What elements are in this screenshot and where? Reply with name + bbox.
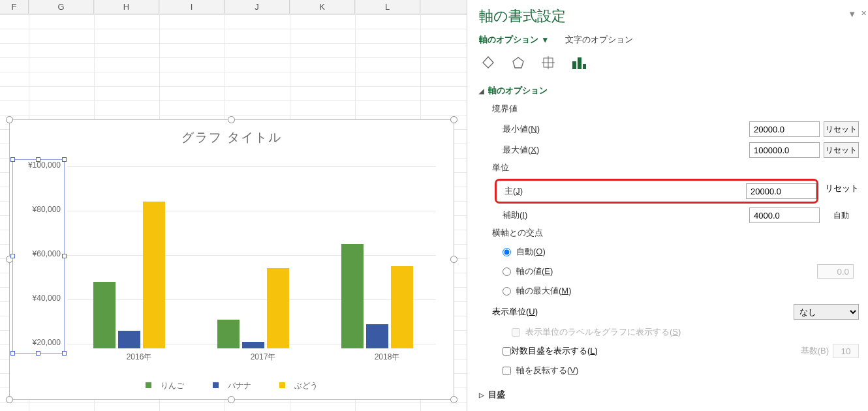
radio-auto-label: 自動(O) [516,246,546,258]
fill-icon[interactable] [480,55,496,70]
col-header[interactable]: K [290,0,355,14]
legend-swatch-icon [279,382,285,388]
base-input [833,344,859,358]
base-label: 基数(B) [801,345,829,357]
col-header[interactable]: J [225,0,290,14]
reset-button[interactable]: リセット [824,121,859,137]
legend-swatch-icon [213,382,219,388]
show-unit-label-checkbox [512,328,520,337]
resize-handle[interactable] [450,116,457,123]
resize-handle[interactable] [228,116,235,123]
x-tick-label: 2018年 [335,352,439,363]
plot-area[interactable] [67,159,436,348]
bar-grape[interactable] [391,266,413,348]
chart-legend[interactable]: りんご バナナ ぶどう [10,380,454,391]
effects-icon[interactable] [510,55,526,70]
reverse-axis-label: 軸を反転する(V) [516,365,578,376]
x-tick-label: 2016年 [87,352,191,363]
pane-menu-icon[interactable]: ▼ [848,9,856,19]
svg-rect-6 [583,64,586,69]
radio-max-value[interactable] [503,287,511,296]
max-input[interactable] [749,142,820,158]
format-axis-pane: 軸の書式設定 ▼ ✕ 軸のオプション ▾ 文字のオプション 軸のオプション 境界… [467,0,868,411]
resize-handle[interactable] [450,256,457,263]
resize-handle[interactable] [450,396,457,403]
reverse-axis-checkbox[interactable] [503,367,511,375]
chart-title[interactable]: グラフ タイトル [10,129,454,146]
resize-handle[interactable] [6,396,13,403]
bar-banana[interactable] [366,324,388,348]
y-tick-label: ¥100,000 [12,160,61,170]
bar-apple[interactable] [341,244,364,348]
axis-value-input [817,264,854,279]
radio-max-value-label: 軸の最大値(M) [516,285,572,297]
display-units-select[interactable]: なし [794,304,859,320]
radio-axis-value[interactable] [503,267,511,276]
spreadsheet-area: F G H I J K L グラフ タイトル [0,0,467,411]
col-header[interactable]: I [159,0,225,14]
col-header[interactable]: H [94,0,159,14]
min-label: 最小値(N) [503,123,749,135]
bar-grape[interactable] [143,202,165,348]
display-units-label: 表示単位(U) [492,306,794,318]
y-tick-label: ¥40,000 [12,294,61,303]
y-tick-label: ¥20,000 [12,338,61,347]
tab-text-options[interactable]: 文字のオプション [565,35,633,44]
bar-apple[interactable] [93,282,116,348]
col-header[interactable]: G [29,0,94,14]
y-tick-label: ¥80,000 [12,205,61,214]
axis-options-icon[interactable] [570,55,587,70]
bounds-label: 境界値 [479,102,859,119]
chevron-down-icon: ▾ [540,35,548,44]
minor-label: 補助(I) [503,209,749,221]
tab-axis-options[interactable]: 軸のオプション ▾ [479,35,548,44]
size-icon[interactable] [540,55,556,70]
resize-handle[interactable] [228,396,235,403]
svg-rect-5 [578,57,581,69]
show-unit-label-text: 表示単位のラベルをグラフに表示する(S) [525,326,681,338]
auto-label: 自動 [824,210,859,221]
reset-button[interactable]: リセット [825,183,859,194]
highlight-major-unit: 主(J) [495,179,818,204]
svg-marker-0 [513,57,523,68]
col-header[interactable]: F [0,0,29,14]
close-icon[interactable]: ✕ [861,9,867,18]
col-header[interactable]: L [355,0,420,14]
chart-object[interactable]: グラフ タイトル ¥100,000 ¥80,000 ¥60,000 ¥40,00… [9,119,454,400]
resize-handle[interactable] [6,116,13,123]
bar-banana[interactable] [118,331,140,348]
min-input[interactable] [749,121,820,137]
column-headers: F G H I J K L [0,0,467,14]
log-scale-label: 対数目盛を表示する(L) [511,345,801,357]
major-label: 主(J) [504,185,746,197]
pane-title: 軸の書式設定 [479,0,859,31]
max-label: 最大値(X) [503,144,749,156]
bar-apple[interactable] [217,320,240,348]
radio-auto[interactable] [503,248,511,256]
minor-unit-input[interactable] [749,207,820,223]
legend-swatch-icon [146,382,151,388]
reset-button[interactable]: リセット [824,142,859,158]
major-unit-input[interactable] [746,183,816,199]
svg-rect-4 [572,61,576,69]
log-scale-checkbox[interactable] [503,347,511,356]
radio-axis-value-label: 軸の値(E) [516,266,553,277]
bar-banana[interactable] [242,342,264,348]
section-tick-marks[interactable]: 目盛 [479,386,859,406]
y-tick-label: ¥60,000 [12,249,61,258]
x-tick-label: 2017年 [211,352,315,363]
cross-label: 横軸との交点 [479,226,859,243]
units-label: 単位 [479,160,859,177]
bar-grape[interactable] [267,268,289,348]
section-axis-options[interactable]: 軸のオプション [479,82,859,102]
